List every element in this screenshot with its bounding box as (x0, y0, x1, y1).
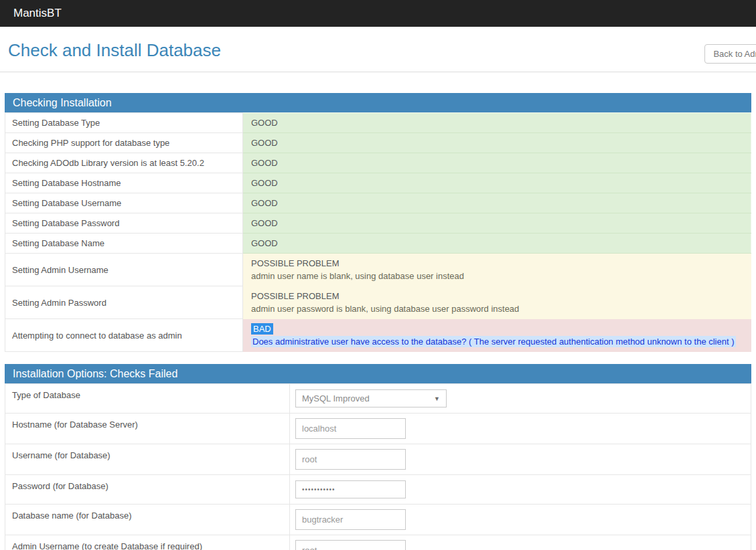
installation-options-heading: Installation Options: Checks Failed (5, 364, 751, 383)
check-label: Setting Database Name (5, 234, 243, 254)
status-text-selected: BAD (251, 323, 273, 335)
navbar: MantisBT (0, 0, 756, 27)
option-row: Admin Username (to create Database if re… (5, 535, 751, 550)
page-title: Check and Install Database (8, 40, 748, 61)
option-row: Username (for Database) (5, 444, 751, 475)
check-label: Setting Database Username (5, 193, 243, 213)
option-label: Hostname (for Database Server) (5, 414, 290, 444)
hostname-input[interactable] (295, 418, 406, 439)
installation-options-table: Type of DatabaseMySQL Improved▼Hostname … (5, 383, 751, 550)
checking-installation-table: Setting Database TypeGOODChecking PHP su… (5, 112, 751, 352)
check-row: Checking PHP support for database typeGO… (5, 133, 751, 153)
status-text: GOOD (251, 157, 743, 169)
check-status-cell: GOOD (243, 113, 751, 133)
option-row: Password (for Database) (5, 475, 751, 505)
check-status-cell: GOOD (243, 234, 751, 254)
option-row: Database name (for Database) (5, 505, 751, 535)
status-text: POSSIBLE PROBLEM (251, 258, 743, 269)
check-status-cell: GOOD (243, 153, 751, 173)
status-text: GOOD (251, 137, 743, 149)
status-detail-selected: Does administrative user have access to … (251, 336, 736, 347)
check-row: Setting Admin UsernamePOSSIBLE PROBLEMad… (5, 254, 751, 286)
status-detail: Does administrative user have access to … (251, 336, 743, 347)
option-label: Password (for Database) (5, 475, 290, 505)
check-row: Setting Database UsernameGOOD (5, 193, 751, 213)
database-type-select[interactable]: MySQL Improved▼ (295, 389, 447, 407)
option-control-cell (290, 535, 751, 550)
option-label: Admin Username (to create Database if re… (5, 535, 290, 550)
status-detail: admin user name is blank, using database… (251, 270, 743, 282)
chevron-down-icon: ▼ (434, 395, 440, 402)
admin-username-input[interactable] (295, 540, 406, 550)
option-control-cell (290, 444, 751, 475)
check-label: Setting Database Password (5, 213, 243, 234)
option-label: Username (for Database) (5, 444, 290, 475)
selected-option-label: MySQL Improved (302, 393, 370, 403)
option-row: Type of DatabaseMySQL Improved▼ (5, 384, 751, 414)
check-status-cell: POSSIBLE PROBLEMadmin user name is blank… (243, 254, 751, 286)
check-label: Attempting to connect to database as adm… (5, 319, 243, 352)
back-button[interactable]: Back to Administration (704, 44, 756, 64)
status-text: GOOD (251, 217, 743, 229)
option-control-cell (290, 414, 751, 444)
status-text: GOOD (251, 238, 743, 249)
installation-options-panel: Installation Options: Checks Failed Type… (5, 364, 751, 550)
check-status-cell: GOOD (243, 193, 751, 213)
status-text: GOOD (251, 197, 743, 209)
option-label: Database name (for Database) (5, 505, 290, 535)
status-text: GOOD (251, 117, 743, 128)
check-row: Checking ADOdb Library version is at lea… (5, 153, 751, 173)
username-input[interactable] (295, 449, 406, 470)
check-status-cell: BADDoes administrative user have access … (243, 319, 751, 352)
check-label: Setting Admin Password (5, 286, 243, 319)
check-label: Setting Admin Username (5, 254, 243, 286)
check-row: Setting Database PasswordGOOD (5, 213, 751, 234)
checking-installation-panel: Checking Installation Setting Database T… (5, 93, 751, 352)
checking-installation-heading: Checking Installation (5, 93, 751, 112)
option-control-cell: MySQL Improved▼ (290, 384, 751, 414)
status-text: BAD (251, 323, 743, 335)
check-row: Attempting to connect to database as adm… (5, 319, 751, 352)
database-name-input[interactable] (295, 509, 406, 530)
check-row: Setting Database HostnameGOOD (5, 173, 751, 193)
password-input[interactable] (295, 480, 406, 498)
status-text: GOOD (251, 177, 743, 189)
check-row: Setting Admin PasswordPOSSIBLE PROBLEMad… (5, 286, 751, 319)
check-status-cell: GOOD (243, 173, 751, 193)
option-control-cell (290, 475, 751, 505)
check-label: Checking ADOdb Library version is at lea… (5, 153, 243, 173)
check-row: Setting Database TypeGOOD (5, 113, 751, 133)
check-status-cell: POSSIBLE PROBLEMadmin user password is b… (243, 286, 751, 319)
check-label: Setting Database Type (5, 113, 243, 133)
check-label: Checking PHP support for database type (5, 133, 243, 153)
option-label: Type of Database (5, 384, 290, 414)
check-status-cell: GOOD (243, 213, 751, 234)
check-row: Setting Database NameGOOD (5, 234, 751, 254)
check-label: Setting Database Hostname (5, 173, 243, 193)
status-detail: admin user password is blank, using data… (251, 303, 743, 314)
option-row: Hostname (for Database Server) (5, 414, 751, 444)
status-text: POSSIBLE PROBLEM (251, 290, 743, 302)
page-header: Check and Install Database Back to Admin… (0, 27, 756, 72)
check-status-cell: GOOD (243, 133, 751, 153)
option-control-cell (290, 505, 751, 535)
brand-link[interactable]: MantisBT (13, 7, 62, 20)
